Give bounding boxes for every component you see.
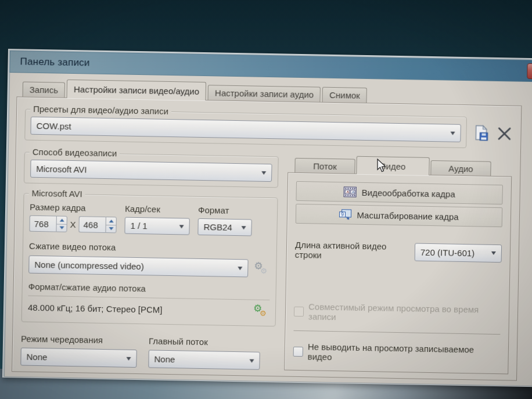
tab-audio-settings[interactable]: Настройки записи аудио	[208, 85, 321, 102]
dialog-client-area: Запись Настройки записи видео/аудио Наст…	[4, 73, 532, 386]
window-title: Панель записи	[20, 56, 89, 69]
frame-width-value: 768	[34, 218, 49, 228]
frame-processing-button[interactable]: Видеообработка кадра	[296, 181, 503, 204]
avi-groupbox: Microsoft AVI Размер кадра 768	[21, 193, 278, 327]
no-preview-checkbox[interactable]	[293, 346, 303, 356]
main-stream-value: None	[154, 354, 246, 366]
audio-format-label: Формат/сжатие аудио потока	[28, 282, 146, 294]
chevron-down-icon	[450, 131, 455, 135]
size-separator: X	[70, 219, 76, 229]
gear-icon: ⚙	[260, 267, 267, 274]
frame-scaling-button[interactable]: 9 Масштабирование кадра	[296, 204, 503, 227]
video-audio-settings-page: Пресеты для видео/аудио записи COW.pst	[12, 96, 522, 380]
frame-width-stepper[interactable]	[56, 216, 67, 232]
no-preview-label: Не выводить на просмотр записываемое вид…	[307, 342, 500, 365]
frame-height-stepper[interactable]	[105, 217, 116, 233]
chevron-down-icon	[126, 357, 131, 360]
video-compression-combobox[interactable]: None (uncompressed video)	[28, 256, 248, 278]
format-label: Формат	[198, 205, 252, 216]
chevron-down-icon	[249, 359, 254, 362]
frame-height-value: 468	[84, 220, 98, 229]
no-preview-checkbox-row: Не выводить на просмотр записываемое вид…	[293, 342, 501, 365]
audio-codec-config-button[interactable]: ⚙ ⚙	[253, 304, 269, 319]
active-line-length-value: 720 (ITU-601)	[420, 247, 488, 258]
fps-combobox[interactable]: 1 / 1	[124, 217, 189, 235]
tab-audio[interactable]: Аудио	[430, 160, 491, 176]
frame-width-field[interactable]: 768	[29, 215, 56, 232]
arrow-up-icon	[59, 218, 64, 221]
active-line-length-combobox[interactable]: 720 (ITU-601)	[415, 243, 502, 263]
preset-combobox[interactable]: COW.pst	[30, 117, 461, 142]
save-preset-button[interactable]	[473, 124, 490, 141]
record-method-value: Microsoft AVI	[36, 164, 258, 178]
interleave-mode-value: None	[26, 352, 123, 364]
compat-preview-checkbox-row: Совместимый режим просмотра во время зап…	[294, 301, 501, 325]
video-codec-config-button[interactable]: ⚙ ⚙	[254, 261, 270, 276]
frame-height-field[interactable]: 468	[78, 216, 105, 233]
close-button[interactable]	[527, 63, 532, 80]
format-combobox[interactable]: RGB24	[197, 218, 252, 236]
chevron-down-icon	[238, 267, 242, 270]
format-value: RGB24	[203, 222, 238, 232]
video-compression-label: Сжатие видео потока	[29, 241, 116, 253]
frame-processing-label: Видеообработка кадра	[362, 187, 455, 199]
svg-text:9: 9	[341, 212, 344, 217]
preset-group-label: Пресеты для видео/аудио записи	[30, 104, 171, 116]
chevron-down-icon	[179, 225, 184, 228]
spin-up-button[interactable]	[106, 217, 116, 225]
gear-icon: ⚙	[260, 310, 267, 317]
chevron-down-icon	[261, 171, 266, 174]
compat-preview-label: Совместимый режим просмотра во время зап…	[308, 301, 501, 325]
tab-record[interactable]: Запись	[23, 81, 66, 97]
active-line-length-label: Длина активной видео строки	[295, 240, 415, 262]
spin-down-button[interactable]	[106, 225, 116, 233]
main-stream-combobox[interactable]: None	[148, 350, 260, 369]
record-method-combobox[interactable]: Microsoft AVI	[30, 160, 272, 182]
save-preset-icon	[473, 124, 490, 141]
preset-value: COW.pst	[36, 121, 447, 138]
main-stream-label: Главный поток	[149, 336, 260, 347]
chevron-down-icon	[491, 251, 496, 255]
frame-scaling-icon: 9	[339, 209, 351, 220]
video-tab-panel: Видеообработка кадра 9 Масштабирование к…	[284, 172, 512, 375]
delete-preset-button[interactable]	[496, 125, 512, 141]
spin-up-button[interactable]	[57, 217, 67, 224]
recording-panel-window: Панель записи Запись Настройки записи ви…	[2, 49, 532, 387]
tab-video-audio-settings[interactable]: Настройки записи видео/аудио	[67, 80, 207, 100]
delete-x-icon	[496, 125, 512, 141]
record-method-groupbox: Способ видеозаписи Microsoft AVI	[24, 152, 279, 188]
record-method-label: Способ видеозаписи	[30, 147, 120, 159]
spin-down-button[interactable]	[56, 224, 66, 232]
chevron-down-icon	[242, 226, 246, 229]
fps-value: 1 / 1	[130, 221, 175, 231]
audio-format-value: 48.000 кГц; 16 бит; Стерео [PCM]	[28, 302, 247, 316]
film-strip-icon	[344, 186, 357, 197]
tab-video[interactable]: Видео	[356, 156, 430, 175]
avi-group-label: Microsoft AVI	[28, 188, 85, 199]
tab-stream[interactable]: Поток	[294, 158, 355, 174]
tab-snapshot[interactable]: Снимок	[322, 87, 367, 103]
compat-preview-checkbox[interactable]	[294, 306, 304, 316]
video-compression-value: None (uncompressed video)	[34, 260, 234, 273]
arrow-up-icon	[109, 220, 113, 222]
interleave-mode-label: Режим чередования	[21, 333, 137, 346]
fps-label: Кадр/сек	[125, 204, 190, 215]
separator	[293, 330, 500, 335]
arrow-down-icon	[109, 227, 113, 230]
arrow-down-icon	[59, 227, 64, 229]
preset-groupbox: Пресеты для видео/аудио записи COW.pst	[24, 109, 467, 149]
frame-scaling-label: Масштабирование кадра	[357, 210, 459, 221]
interleave-mode-combobox[interactable]: None	[20, 347, 137, 368]
frame-size-label: Размер кадра	[30, 202, 117, 214]
